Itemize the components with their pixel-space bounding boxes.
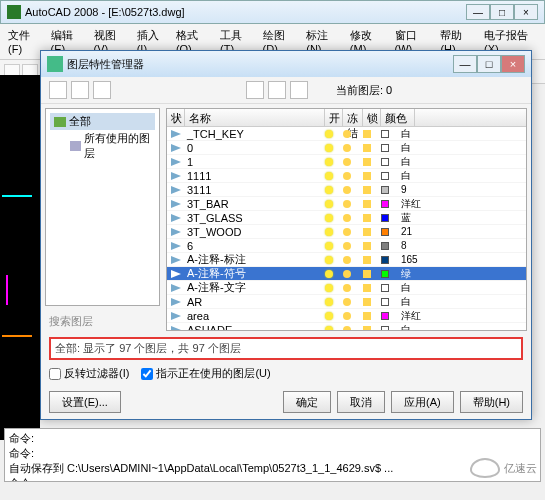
color-swatch[interactable]	[381, 214, 401, 222]
dialog-maximize-button[interactable]: □	[477, 55, 501, 73]
invert-filter-input[interactable]	[49, 368, 61, 380]
freeze-toggle[interactable]	[343, 282, 363, 294]
color-swatch[interactable]	[381, 326, 401, 331]
on-toggle[interactable]	[325, 184, 343, 196]
drawing-canvas[interactable]	[0, 75, 40, 440]
filter-tree[interactable]: 全部 所有使用的图层	[45, 108, 160, 306]
on-toggle[interactable]	[325, 226, 343, 238]
color-swatch[interactable]	[381, 312, 401, 320]
lock-toggle[interactable]	[363, 156, 381, 168]
lock-toggle[interactable]	[363, 282, 381, 294]
on-toggle[interactable]	[325, 324, 343, 331]
lock-toggle[interactable]	[363, 212, 381, 224]
freeze-toggle[interactable]	[343, 184, 363, 196]
lock-toggle[interactable]	[363, 142, 381, 154]
maximize-button[interactable]: □	[490, 4, 514, 20]
ok-button[interactable]: 确定	[283, 391, 331, 413]
delete-layer-icon[interactable]	[268, 81, 286, 99]
lock-toggle[interactable]	[363, 128, 381, 140]
layer-row[interactable]: ASHADE白	[167, 323, 526, 330]
lock-toggle[interactable]	[363, 310, 381, 322]
layer-row[interactable]: 3T_WOOD21	[167, 225, 526, 239]
freeze-toggle[interactable]	[343, 310, 363, 322]
cancel-button[interactable]: 取消	[337, 391, 385, 413]
lock-toggle[interactable]	[363, 240, 381, 252]
color-swatch[interactable]	[381, 200, 401, 208]
lock-toggle[interactable]	[363, 254, 381, 266]
layer-row[interactable]: area洋红	[167, 309, 526, 323]
dialog-close-button[interactable]: ×	[501, 55, 525, 73]
settings-button[interactable]: 设置(E)...	[49, 391, 121, 413]
col-color[interactable]: 颜色	[381, 109, 415, 126]
col-status[interactable]: 状	[167, 109, 185, 126]
lock-toggle[interactable]	[363, 296, 381, 308]
dialog-minimize-button[interactable]: —	[453, 55, 477, 73]
freeze-toggle[interactable]	[343, 254, 363, 266]
new-layer-icon[interactable]	[246, 81, 264, 99]
color-swatch[interactable]	[381, 172, 401, 180]
color-swatch[interactable]	[381, 256, 401, 264]
freeze-toggle[interactable]	[343, 296, 363, 308]
on-toggle[interactable]	[325, 170, 343, 182]
command-window[interactable]: 命令: 命令: 自动保存到 C:\Users\ADMINI~1\AppData\…	[4, 428, 541, 482]
on-toggle[interactable]	[325, 156, 343, 168]
lock-toggle[interactable]	[363, 268, 381, 280]
col-lock[interactable]: 锁	[363, 109, 381, 126]
color-swatch[interactable]	[381, 130, 401, 138]
tree-item-all[interactable]: 全部	[50, 113, 155, 130]
on-toggle[interactable]	[325, 296, 343, 308]
freeze-toggle[interactable]	[343, 170, 363, 182]
lock-toggle[interactable]	[363, 226, 381, 238]
layer-states-icon[interactable]	[93, 81, 111, 99]
layer-row[interactable]: _TCH_KEY白	[167, 127, 526, 141]
lock-toggle[interactable]	[363, 184, 381, 196]
dialog-titlebar[interactable]: 图层特性管理器 — □ ×	[41, 51, 531, 77]
on-toggle[interactable]	[325, 282, 343, 294]
indicate-used-input[interactable]	[141, 368, 153, 380]
layer-row[interactable]: A-注释-符号绿	[167, 267, 526, 281]
color-swatch[interactable]	[381, 228, 401, 236]
freeze-toggle[interactable]	[343, 142, 363, 154]
layer-row[interactable]: 3T_GLASS蓝	[167, 211, 526, 225]
layer-row[interactable]: A-注释-文字白	[167, 281, 526, 295]
layer-list-header[interactable]: 状 名称 开 冻结 锁 颜色	[167, 109, 526, 127]
color-swatch[interactable]	[381, 242, 401, 250]
apply-button[interactable]: 应用(A)	[391, 391, 454, 413]
layer-row[interactable]: 0白	[167, 141, 526, 155]
new-group-icon[interactable]	[71, 81, 89, 99]
on-toggle[interactable]	[325, 198, 343, 210]
col-on[interactable]: 开	[325, 109, 343, 126]
tree-item-used[interactable]: 所有使用的图层	[66, 130, 155, 162]
color-swatch[interactable]	[381, 158, 401, 166]
on-toggle[interactable]	[325, 268, 343, 280]
col-freeze[interactable]: 冻结	[343, 109, 363, 126]
on-toggle[interactable]	[325, 128, 343, 140]
color-swatch[interactable]	[381, 298, 401, 306]
layer-row[interactable]: 1111白	[167, 169, 526, 183]
layer-row[interactable]: 1白	[167, 155, 526, 169]
col-name[interactable]: 名称	[185, 109, 325, 126]
freeze-toggle[interactable]	[343, 226, 363, 238]
on-toggle[interactable]	[325, 212, 343, 224]
minimize-button[interactable]: —	[466, 4, 490, 20]
invert-filter-checkbox[interactable]: 反转过滤器(I)	[49, 366, 129, 381]
indicate-used-checkbox[interactable]: 指示正在使用的图层(U)	[141, 366, 270, 381]
layer-row[interactable]: 31119	[167, 183, 526, 197]
on-toggle[interactable]	[325, 310, 343, 322]
set-current-icon[interactable]	[290, 81, 308, 99]
layer-rows[interactable]: _TCH_KEY白0白1白1111白311193T_BAR洋红3T_GLASS蓝…	[167, 127, 526, 330]
color-swatch[interactable]	[381, 284, 401, 292]
freeze-toggle[interactable]	[343, 268, 363, 280]
layer-row[interactable]: 3T_BAR洋红	[167, 197, 526, 211]
on-toggle[interactable]	[325, 142, 343, 154]
layer-row[interactable]: AR白	[167, 295, 526, 309]
close-button[interactable]: ×	[514, 4, 538, 20]
lock-toggle[interactable]	[363, 198, 381, 210]
freeze-toggle[interactable]	[343, 212, 363, 224]
freeze-toggle[interactable]	[343, 156, 363, 168]
lock-toggle[interactable]	[363, 324, 381, 331]
freeze-toggle[interactable]	[343, 128, 363, 140]
color-swatch[interactable]	[381, 186, 401, 194]
layer-row[interactable]: A-注释-标注165	[167, 253, 526, 267]
lock-toggle[interactable]	[363, 170, 381, 182]
